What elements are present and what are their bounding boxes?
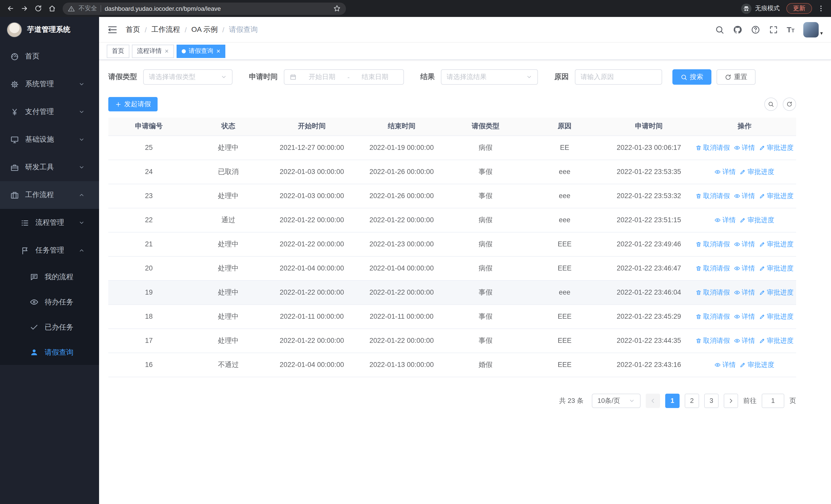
- app-logo[interactable]: 芋道管理系统: [0, 17, 99, 42]
- end-date-placeholder: 结束日期: [352, 72, 398, 82]
- tab-home[interactable]: 首页: [107, 45, 130, 58]
- action-progress-link[interactable]: 审批进度: [759, 239, 794, 249]
- action-cancel-link[interactable]: 取消请假: [695, 143, 730, 152]
- sidebar-item-dev-tools[interactable]: 研发工具: [0, 153, 99, 181]
- user-avatar[interactable]: ▾: [803, 22, 823, 37]
- sidebar-item-payment-management[interactable]: 支付管理: [0, 98, 99, 126]
- font-size-icon[interactable]: TT: [786, 26, 795, 33]
- browser-reload-button[interactable]: [33, 3, 43, 13]
- action-label: 详情: [722, 167, 736, 176]
- sidebar-toggle-icon[interactable]: [107, 24, 118, 35]
- leave-type-select[interactable]: 请选择请假类型: [143, 69, 232, 85]
- eye-icon: [734, 289, 740, 295]
- tab-close-icon[interactable]: ×: [216, 48, 220, 54]
- action-detail-link[interactable]: 详情: [734, 191, 755, 200]
- sidebar-item-my-processes[interactable]: 我的流程: [0, 264, 99, 290]
- search-icon[interactable]: [715, 25, 724, 34]
- breadcrumb-item[interactable]: 工作流程: [151, 25, 180, 34]
- action-progress-link[interactable]: 审批进度: [759, 143, 794, 152]
- browser-back-button[interactable]: [5, 3, 16, 13]
- browser-home-button[interactable]: [47, 3, 57, 13]
- sidebar-item-done-tasks[interactable]: 已办任务: [0, 315, 99, 340]
- column-header: 结束时间: [356, 118, 447, 136]
- action-progress-link[interactable]: 审批进度: [759, 312, 794, 321]
- apply-time-range-picker[interactable]: 开始日期 - 结束日期: [284, 69, 404, 85]
- action-progress-link[interactable]: 审批进度: [759, 288, 794, 297]
- cell-start: 2022-01-22 00:00:00: [267, 208, 356, 232]
- sidebar-item-system-management[interactable]: 系统管理: [0, 70, 99, 98]
- page-size-select[interactable]: 10条/页: [592, 393, 640, 408]
- next-page-button[interactable]: [724, 393, 738, 408]
- page-button-1[interactable]: 1: [665, 393, 680, 408]
- create-leave-button[interactable]: 发起请假: [108, 97, 157, 111]
- tab-close-icon[interactable]: ×: [165, 48, 169, 54]
- security-warning-label[interactable]: 不安全: [79, 4, 97, 13]
- help-icon[interactable]: [751, 25, 760, 34]
- action-progress-link[interactable]: 审批进度: [740, 215, 774, 225]
- cell-start: 2022-01-03 00:00:00: [267, 159, 356, 184]
- address-bar[interactable]: 不安全 dashboard.yudao.iocoder.cn/bpm/oa/le…: [63, 2, 346, 14]
- sidebar-item-todo-tasks[interactable]: 待办任务: [0, 290, 99, 315]
- toggle-search-button[interactable]: [764, 97, 778, 111]
- search-button[interactable]: 搜索: [672, 69, 711, 85]
- browser-forward-button[interactable]: [19, 3, 29, 13]
- action-cancel-link[interactable]: 取消请假: [695, 191, 730, 200]
- browser-menu-icon[interactable]: [815, 3, 826, 13]
- action-label: 取消请假: [703, 239, 730, 249]
- result-select[interactable]: 请选择流结果: [441, 69, 538, 85]
- fullscreen-icon[interactable]: [769, 25, 778, 34]
- tab-process-detail[interactable]: 流程详情 ×: [132, 45, 174, 58]
- action-cancel-link[interactable]: 取消请假: [695, 239, 730, 249]
- prev-page-button[interactable]: [646, 393, 660, 408]
- github-icon[interactable]: [733, 25, 742, 34]
- action-detail-link[interactable]: 详情: [734, 336, 755, 345]
- action-label: 详情: [742, 336, 755, 345]
- sidebar-item-workflow[interactable]: 工作流程: [0, 181, 99, 209]
- goto-page-input[interactable]: [762, 393, 784, 408]
- sidebar-item-task-management[interactable]: 任务管理: [0, 237, 99, 264]
- breadcrumb-item[interactable]: OA 示例: [192, 25, 218, 34]
- action-progress-link[interactable]: 审批进度: [740, 360, 774, 369]
- reason-input[interactable]: 请输入原因: [575, 69, 662, 85]
- action-detail-link[interactable]: 详情: [734, 312, 755, 321]
- action-detail-link[interactable]: 详情: [734, 143, 755, 152]
- breadcrumb-item[interactable]: 首页: [126, 25, 140, 34]
- action-label: 审批进度: [767, 239, 794, 249]
- url-text[interactable]: dashboard.yudao.iocoder.cn/bpm/oa/leave: [105, 5, 329, 12]
- security-warning-icon[interactable]: [68, 5, 75, 12]
- action-detail-link[interactable]: 详情: [734, 239, 755, 249]
- action-label: 详情: [722, 360, 736, 369]
- action-detail-link[interactable]: 详情: [734, 264, 755, 273]
- action-label: 审批进度: [748, 215, 774, 225]
- page-button-2[interactable]: 2: [685, 393, 699, 408]
- sidebar-item-label: 基础设施: [25, 135, 54, 144]
- action-cancel-link[interactable]: 取消请假: [695, 264, 730, 273]
- cell-reason: EEE: [524, 353, 605, 377]
- action-progress-link[interactable]: 审批进度: [759, 336, 794, 345]
- cell-applied: 2022-01-22 23:53:35: [605, 159, 693, 184]
- cell-id: 22: [108, 208, 190, 232]
- action-detail-link[interactable]: 详情: [715, 360, 736, 369]
- tab-leave-query[interactable]: 请假查询 ×: [176, 45, 225, 58]
- bookmark-star-icon[interactable]: [333, 5, 341, 12]
- sidebar-item-home[interactable]: 首页: [0, 42, 99, 70]
- browser-update-button[interactable]: 更新: [786, 3, 812, 14]
- suitcase-icon: [10, 191, 19, 199]
- sidebar-item-process-management[interactable]: 流程管理: [0, 209, 99, 237]
- action-progress-link[interactable]: 审批进度: [740, 167, 774, 176]
- action-cancel-link[interactable]: 取消请假: [695, 336, 730, 345]
- action-detail-link[interactable]: 详情: [715, 215, 736, 225]
- page-button-3[interactable]: 3: [704, 393, 719, 408]
- action-detail-link[interactable]: 详情: [734, 288, 755, 297]
- action-progress-link[interactable]: 审批进度: [759, 191, 794, 200]
- action-cancel-link[interactable]: 取消请假: [695, 288, 730, 297]
- action-cancel-link[interactable]: 取消请假: [695, 312, 730, 321]
- sidebar-item-infrastructure[interactable]: 基础设施: [0, 126, 99, 153]
- action-detail-link[interactable]: 详情: [715, 167, 736, 176]
- sidebar-item-leave-query[interactable]: 请假查询: [0, 340, 99, 365]
- cell-start: 2022-01-22 00:00:00: [267, 232, 356, 256]
- cell-actions: 详情 审批进度: [693, 159, 796, 184]
- refresh-table-button[interactable]: [783, 97, 796, 111]
- reset-button[interactable]: 重置: [717, 69, 755, 85]
- action-progress-link[interactable]: 审批进度: [759, 264, 794, 273]
